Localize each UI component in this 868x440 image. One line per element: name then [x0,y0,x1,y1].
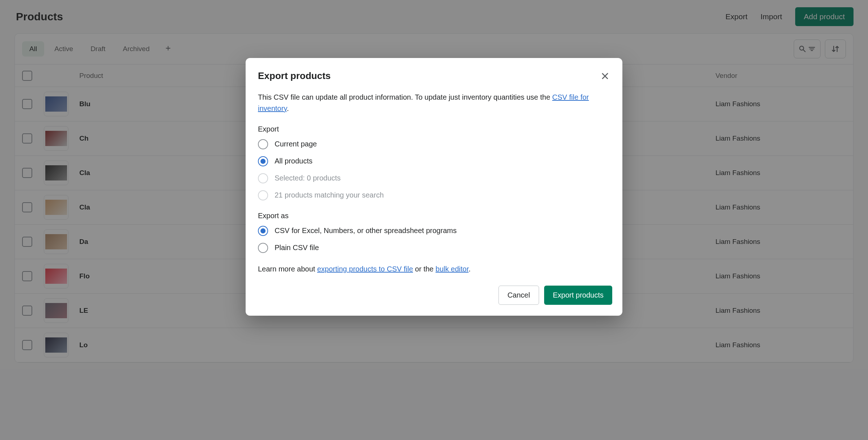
radio-indicator [258,156,268,166]
radio-csv-excel[interactable]: CSV for Excel, Numbers, or other spreads… [258,225,610,236]
radio-indicator [258,243,268,253]
radio-indicator [258,173,268,183]
bulk-editor-link[interactable]: bulk editor [435,265,468,273]
close-button[interactable] [600,71,610,81]
export-scope-group: Current page All products Selected: 0 pr… [258,138,610,201]
radio-plain-csv[interactable]: Plain CSV file [258,242,610,253]
radio-label: Plain CSV file [275,242,319,253]
intro-text: This CSV file can update all product inf… [258,93,552,101]
learn-mid: or the [413,265,435,273]
modal-overlay[interactable]: Export products This CSV file can update… [0,0,868,440]
learn-suffix: . [468,265,471,273]
radio-indicator [258,139,268,149]
learn-more: Learn more about exporting products to C… [258,263,610,275]
exporting-csv-link[interactable]: exporting products to CSV file [317,265,413,273]
modal-header: Export products [246,70,622,92]
modal-intro: This CSV file can update all product inf… [258,92,610,114]
close-icon [600,71,610,81]
export-section-label: Export [258,124,610,135]
radio-selected-products: Selected: 0 products [258,173,610,184]
export-products-button[interactable]: Export products [544,286,612,305]
export-as-label: Export as [258,210,610,221]
intro-suffix: . [287,104,289,112]
radio-indicator [258,190,268,200]
export-as-group: CSV for Excel, Numbers, or other spreads… [258,225,610,253]
radio-current-page[interactable]: Current page [258,138,610,150]
cancel-button[interactable]: Cancel [498,286,539,305]
radio-label: Selected: 0 products [275,173,341,184]
radio-matching-search: 21 products matching your search [258,190,610,201]
modal-title: Export products [258,70,331,82]
modal-body: This CSV file can update all product inf… [246,92,622,275]
radio-label: CSV for Excel, Numbers, or other spreads… [275,225,456,236]
export-products-modal: Export products This CSV file can update… [246,58,622,316]
radio-label: 21 products matching your search [275,190,384,201]
radio-label: Current page [275,138,317,150]
learn-prefix: Learn more about [258,265,317,273]
modal-footer: Cancel Export products [246,275,622,305]
radio-label: All products [275,155,313,167]
radio-indicator [258,226,268,236]
radio-all-products[interactable]: All products [258,155,610,167]
